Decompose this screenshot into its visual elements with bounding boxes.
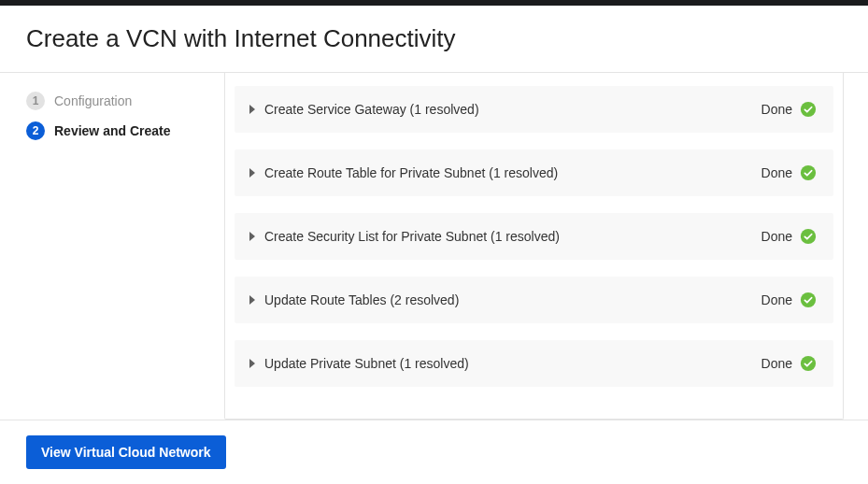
chevron-right-icon: [249, 295, 255, 305]
task-right: Done: [761, 228, 817, 245]
wizard-steps-sidebar: 1 Configuration 2 Review and Create: [0, 73, 224, 420]
step-label: Review and Create: [54, 123, 171, 138]
task-status: Done: [761, 356, 792, 371]
footer: View Virtual Cloud Network: [0, 420, 868, 484]
check-circle-icon: [800, 228, 817, 245]
svg-point-2: [801, 229, 816, 244]
task-right: Done: [761, 101, 817, 118]
task-row[interactable]: Create Service Gateway (1 resolved) Done: [235, 86, 833, 133]
progress-panel: Create Service Gateway (1 resolved) Done…: [224, 73, 844, 420]
check-circle-icon: [800, 292, 817, 308]
main-panel-wrapper: Create Service Gateway (1 resolved) Done…: [224, 73, 868, 420]
step-number-badge: 2: [26, 121, 45, 140]
svg-point-1: [801, 165, 816, 180]
task-title: Update Private Subnet (1 resolved): [264, 356, 469, 371]
page-header: Create a VCN with Internet Connectivity: [0, 6, 868, 73]
task-status: Done: [761, 292, 792, 307]
page-title: Create a VCN with Internet Connectivity: [26, 24, 842, 53]
step-configuration[interactable]: 1 Configuration: [26, 92, 209, 110]
chevron-right-icon: [249, 105, 255, 114]
task-left: Create Service Gateway (1 resolved): [249, 102, 479, 117]
step-number-badge: 1: [26, 92, 45, 110]
svg-point-0: [801, 102, 816, 117]
task-right: Done: [761, 292, 817, 308]
task-title: Create Security List for Private Subnet …: [264, 229, 560, 244]
step-label: Configuration: [54, 93, 132, 108]
task-right: Done: [761, 355, 817, 372]
task-row[interactable]: Update Route Tables (2 resolved) Done: [235, 277, 833, 323]
task-title: Update Route Tables (2 resolved): [264, 292, 459, 307]
chevron-right-icon: [249, 359, 255, 368]
chevron-right-icon: [249, 232, 255, 241]
svg-point-3: [801, 292, 816, 307]
task-left: Update Private Subnet (1 resolved): [249, 356, 469, 371]
task-left: Update Route Tables (2 resolved): [249, 292, 459, 307]
content-area: 1 Configuration 2 Review and Create Crea…: [0, 73, 868, 420]
task-status: Done: [761, 102, 792, 117]
task-title: Create Service Gateway (1 resolved): [264, 102, 479, 117]
task-row[interactable]: Create Security List for Private Subnet …: [235, 213, 833, 260]
task-row[interactable]: Update Private Subnet (1 resolved) Done: [235, 340, 833, 387]
check-circle-icon: [800, 355, 817, 372]
task-right: Done: [761, 164, 817, 181]
task-status: Done: [761, 229, 792, 244]
task-left: Create Route Table for Private Subnet (1…: [249, 165, 558, 180]
task-title: Create Route Table for Private Subnet (1…: [264, 165, 558, 180]
view-virtual-cloud-network-button[interactable]: View Virtual Cloud Network: [26, 435, 226, 469]
check-circle-icon: [800, 164, 817, 181]
svg-point-4: [801, 356, 816, 371]
chevron-right-icon: [249, 168, 255, 178]
task-status: Done: [761, 165, 792, 180]
check-circle-icon: [800, 101, 817, 118]
task-row[interactable]: Create Route Table for Private Subnet (1…: [235, 149, 833, 196]
step-review-and-create[interactable]: 2 Review and Create: [26, 121, 209, 140]
task-left: Create Security List for Private Subnet …: [249, 229, 560, 244]
